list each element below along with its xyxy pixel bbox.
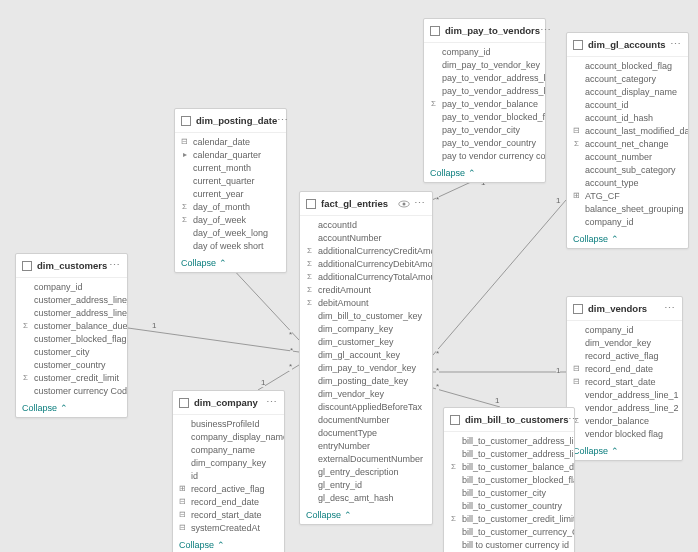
field-row[interactable]: bill_to_customer_country — [444, 499, 574, 512]
collapse-toggle[interactable]: Collapse — [300, 506, 432, 524]
field-row[interactable]: dim_gl_account_key — [300, 348, 432, 361]
field-row[interactable]: ΣadditionalCurrencyCreditAmount — [300, 244, 432, 257]
field-row[interactable]: Σbill_to_customer_credit_limit — [444, 512, 574, 525]
field-row[interactable]: dim_posting_date_key — [300, 374, 432, 387]
field-row[interactable]: balance_sheet_grouping — [567, 202, 688, 215]
field-row[interactable]: dim_customer_key — [300, 335, 432, 348]
table-fact_gl_entries[interactable]: fact_gl_entries⋯accountIdaccountNumberΣa… — [299, 191, 433, 525]
field-row[interactable]: ⊟account_last_modified_datetime — [567, 124, 688, 137]
field-row[interactable]: company_display_name — [173, 430, 284, 443]
field-row[interactable]: ▸calendar_quarter — [175, 148, 286, 161]
collapse-toggle[interactable]: Collapse — [424, 164, 545, 182]
field-row[interactable]: externalDocumentNumber — [300, 452, 432, 465]
field-row[interactable]: dim_vendor_key — [567, 336, 682, 349]
more-menu[interactable]: ⋯ — [277, 114, 289, 127]
field-row[interactable]: id — [173, 469, 284, 482]
table-dim_gl_accounts[interactable]: dim_gl_accounts⋯account_blocked_flagacco… — [566, 32, 689, 249]
field-row[interactable]: company_id — [424, 45, 545, 58]
field-row[interactable]: account_blocked_flag — [567, 59, 688, 72]
field-row[interactable]: account_id_hash — [567, 111, 688, 124]
field-row[interactable]: bill_to_customer_address_line_2 — [444, 447, 574, 460]
field-row[interactable]: bill_to_customer_currency_Code — [444, 525, 574, 538]
field-row[interactable]: Σaccount_net_change — [567, 137, 688, 150]
table-dim_posting_date[interactable]: dim_posting_date⋯⊟calendar_date▸calendar… — [174, 108, 287, 273]
field-row[interactable]: customer_address_line_1 — [16, 293, 127, 306]
more-menu[interactable]: ⋯ — [540, 24, 552, 37]
field-row[interactable]: Σcustomer_credit_limit — [16, 371, 127, 384]
more-menu[interactable]: ⋯ — [414, 197, 426, 210]
field-row[interactable]: pay_to_vendor_country — [424, 136, 545, 149]
collapse-toggle[interactable]: Collapse — [567, 442, 682, 460]
field-row[interactable]: customer currency Code — [16, 384, 127, 397]
field-row[interactable]: customer_blocked_flag — [16, 332, 127, 345]
field-row[interactable]: pay_to_vendor_city — [424, 123, 545, 136]
field-row[interactable]: pay to vendor currency code — [424, 149, 545, 162]
table-header[interactable]: dim_pay_to_vendors⋯ — [424, 19, 545, 43]
field-row[interactable]: Σvendor_balance — [567, 414, 682, 427]
collapse-toggle[interactable]: Collapse — [567, 230, 688, 248]
field-row[interactable]: Σcustomer_balance_due — [16, 319, 127, 332]
field-row[interactable]: Σbill_to_customer_balance_due — [444, 460, 574, 473]
field-row[interactable]: documentNumber — [300, 413, 432, 426]
table-dim_vendors[interactable]: dim_vendors⋯company_iddim_vendor_keyreco… — [566, 296, 683, 461]
field-row[interactable]: gl_entry_description — [300, 465, 432, 478]
field-row[interactable]: ⊟calendar_date — [175, 135, 286, 148]
field-row[interactable]: customer_city — [16, 345, 127, 358]
field-row[interactable]: current_month — [175, 161, 286, 174]
field-row[interactable]: current_quarter — [175, 174, 286, 187]
field-row[interactable]: ΣadditionalCurrencyTotalAmount — [300, 270, 432, 283]
field-row[interactable]: accountNumber — [300, 231, 432, 244]
field-row[interactable]: company_id — [567, 323, 682, 336]
table-header[interactable]: fact_gl_entries⋯ — [300, 192, 432, 216]
field-row[interactable]: pay_to_vendor_address_line_2 — [424, 84, 545, 97]
field-row[interactable]: ⊟record_end_date — [173, 495, 284, 508]
field-row[interactable]: gl_entry_id — [300, 478, 432, 491]
field-row[interactable]: vendor_address_line_2 — [567, 401, 682, 414]
field-row[interactable]: pay_to_vendor_address_line_1 — [424, 71, 545, 84]
field-row[interactable]: Σpay_to_vendor_balance — [424, 97, 545, 110]
more-menu[interactable]: ⋯ — [568, 413, 580, 426]
field-row[interactable]: ΣadditionalCurrencyDebitAmount — [300, 257, 432, 270]
field-row[interactable]: ⊟record_start_date — [173, 508, 284, 521]
field-row[interactable]: company_id — [16, 280, 127, 293]
field-row[interactable]: Σday_of_week — [175, 213, 286, 226]
table-header[interactable]: dim_bill_to_customers⋯ — [444, 408, 574, 432]
field-row[interactable]: day of week short — [175, 239, 286, 252]
field-row[interactable]: vendor blocked flag — [567, 427, 682, 440]
field-row[interactable]: bill_to_customer_city — [444, 486, 574, 499]
collapse-toggle[interactable]: Collapse — [16, 399, 127, 417]
field-row[interactable]: dim_pay_to_vendor_key — [424, 58, 545, 71]
field-row[interactable]: day_of_week_long — [175, 226, 286, 239]
more-menu[interactable]: ⋯ — [670, 38, 682, 51]
collapse-toggle[interactable]: Collapse — [173, 536, 284, 552]
field-row[interactable]: account_id — [567, 98, 688, 111]
field-row[interactable]: account_display_name — [567, 85, 688, 98]
collapse-toggle[interactable]: Collapse — [175, 254, 286, 272]
field-row[interactable]: ⊟systemCreatedAt — [173, 521, 284, 534]
field-row[interactable]: gl_desc_amt_hash — [300, 491, 432, 504]
field-row[interactable]: dim_company_key — [173, 456, 284, 469]
field-row[interactable]: bill to customer currency id — [444, 538, 574, 551]
field-row[interactable]: Σday_of_month — [175, 200, 286, 213]
table-dim_company[interactable]: dim_company⋯businessProfileIdcompany_dis… — [172, 390, 285, 552]
field-row[interactable]: dim_vendor_key — [300, 387, 432, 400]
field-row[interactable]: ΣdebitAmount — [300, 296, 432, 309]
table-header[interactable]: dim_customers⋯ — [16, 254, 127, 278]
more-menu[interactable]: ⋯ — [664, 302, 676, 315]
field-row[interactable]: company_name — [173, 443, 284, 456]
more-menu[interactable]: ⋯ — [109, 259, 121, 272]
field-row[interactable]: bill_to_customer_address_line_1 — [444, 434, 574, 447]
field-row[interactable]: vendor_address_line_1 — [567, 388, 682, 401]
field-row[interactable]: accountId — [300, 218, 432, 231]
field-row[interactable]: ΣcreditAmount — [300, 283, 432, 296]
field-row[interactable]: account_sub_category — [567, 163, 688, 176]
field-row[interactable]: customer_address_line_2 — [16, 306, 127, 319]
field-row[interactable]: record_active_flag — [567, 349, 682, 362]
field-row[interactable]: dim_bill_to_customer_key — [300, 309, 432, 322]
field-row[interactable]: ⊟record_end_date — [567, 362, 682, 375]
field-row[interactable]: discountAppliedBeforeTax — [300, 400, 432, 413]
field-row[interactable]: documentType — [300, 426, 432, 439]
field-row[interactable]: customer_country — [16, 358, 127, 371]
more-menu[interactable]: ⋯ — [266, 396, 278, 409]
field-row[interactable]: dim_pay_to_vendor_key — [300, 361, 432, 374]
